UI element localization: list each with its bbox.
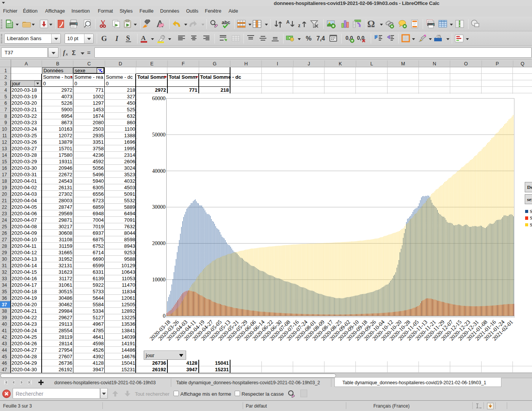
- svg-text:5900: 5900: [61, 107, 72, 112]
- svg-text:2020-04-07: 2020-04-07: [11, 217, 37, 223]
- svg-text:0: 0: [106, 81, 109, 86]
- svg-text:11470: 11470: [122, 282, 135, 288]
- svg-text:P: P: [496, 61, 499, 67]
- svg-text:2020-04-09: 2020-04-09: [11, 230, 37, 236]
- svg-text:12061: 12061: [122, 295, 135, 301]
- svg-text:2020-03-26: 2020-03-26: [11, 139, 37, 145]
- svg-text:30000: 30000: [152, 204, 165, 210]
- svg-text:Total Somm: Total Somm: [169, 74, 196, 80]
- svg-text:7019: 7019: [93, 224, 104, 229]
- svg-text:4967: 4967: [93, 321, 104, 327]
- svg-text:2020-04-05: 2020-04-05: [11, 204, 37, 210]
- svg-text:30486: 30486: [58, 295, 72, 301]
- svg-text:25: 25: [2, 224, 7, 229]
- svg-text:15701: 15701: [58, 146, 72, 151]
- svg-text:17: 17: [2, 172, 7, 177]
- svg-text:3351: 3351: [93, 139, 104, 145]
- svg-text:5733: 5733: [93, 289, 104, 294]
- svg-text:F: F: [182, 61, 185, 67]
- svg-text:Do: Do: [527, 184, 532, 190]
- svg-text:10000: 10000: [152, 277, 165, 283]
- svg-text:1100: 1100: [125, 126, 135, 132]
- svg-text:43: 43: [2, 341, 7, 346]
- svg-text:5922: 5922: [93, 282, 104, 288]
- svg-text:27607: 27607: [58, 354, 72, 359]
- svg-text:5091: 5091: [124, 191, 135, 197]
- svg-text:1696: 1696: [124, 139, 135, 145]
- svg-text:34: 34: [2, 283, 7, 288]
- svg-text:Somme - hos: Somme - hos: [43, 74, 73, 80]
- svg-text:29984: 29984: [58, 308, 72, 314]
- svg-text:30: 30: [2, 257, 7, 262]
- svg-text:30217: 30217: [58, 224, 72, 229]
- svg-text:2020-04-21: 2020-04-21: [11, 308, 37, 314]
- svg-text:4526: 4526: [93, 347, 104, 353]
- svg-text:G: G: [101, 34, 107, 42]
- svg-text:5226: 5226: [61, 100, 72, 106]
- svg-text:30608: 30608: [58, 230, 72, 236]
- svg-text:28114: 28114: [59, 341, 72, 346]
- svg-text:A: A: [24, 61, 28, 67]
- svg-text:2020-04-14: 2020-04-14: [11, 263, 37, 268]
- svg-text:14191: 14191: [122, 341, 135, 346]
- svg-text:2020-04-02: 2020-04-02: [11, 185, 37, 190]
- svg-text:2972: 2972: [155, 87, 166, 93]
- svg-text:M: M: [401, 61, 405, 67]
- svg-text:19: 19: [2, 185, 7, 190]
- svg-text:22: 22: [2, 205, 7, 210]
- svg-text:12892: 12892: [122, 308, 135, 314]
- svg-text:A: A: [286, 19, 290, 25]
- svg-text:2020-03-23: 2020-03-23: [11, 120, 37, 125]
- svg-text:So: So: [530, 208, 532, 214]
- svg-text:13536: 13536: [122, 321, 135, 327]
- svg-text:2020-03-29: 2020-03-29: [11, 159, 37, 164]
- svg-text:13879: 13879: [58, 139, 72, 145]
- svg-text:Somme - dc: Somme - dc: [106, 74, 133, 80]
- svg-text:27: 27: [2, 237, 7, 242]
- svg-text:13225: 13225: [122, 315, 135, 320]
- svg-text:2020-04-13: 2020-04-13: [11, 256, 37, 262]
- svg-text:2020-04-08: 2020-04-08: [11, 224, 37, 229]
- svg-text:N: N: [433, 61, 436, 67]
- svg-text:20: 20: [2, 192, 7, 197]
- svg-text:2020-04-24: 2020-04-24: [11, 328, 37, 333]
- svg-text:31623: 31623: [58, 269, 72, 275]
- svg-text:771: 771: [189, 87, 198, 93]
- svg-text:6305: 6305: [93, 185, 104, 190]
- svg-text:2020-04-16: 2020-04-16: [11, 276, 37, 281]
- svg-text:5889: 5889: [124, 204, 135, 210]
- svg-text:6: 6: [5, 101, 7, 106]
- svg-text:26192: 26192: [152, 367, 166, 372]
- svg-text:1388: 1388: [124, 133, 135, 138]
- svg-text:4641: 4641: [93, 334, 104, 340]
- svg-text:41: 41: [2, 328, 7, 333]
- svg-text:29113: 29113: [59, 321, 72, 327]
- svg-text:15231: 15231: [215, 367, 229, 372]
- svg-text:28003: 28003: [58, 198, 72, 203]
- svg-text:A: A: [141, 34, 146, 42]
- svg-text:26736: 26736: [152, 360, 166, 366]
- svg-text:860: 860: [127, 120, 135, 125]
- svg-text:abc: abc: [222, 19, 230, 25]
- svg-text:2020-03-28: 2020-03-28: [11, 152, 37, 158]
- svg-text:10643: 10643: [122, 269, 135, 275]
- svg-text:30515: 30515: [58, 289, 72, 294]
- svg-text:2606: 2606: [124, 159, 135, 164]
- svg-text:19311: 19311: [59, 159, 72, 164]
- svg-text:jour: jour: [145, 353, 154, 358]
- svg-text:35: 35: [2, 289, 7, 294]
- svg-text:15231: 15231: [122, 367, 135, 372]
- svg-text:C: C: [87, 61, 91, 67]
- svg-text:7091: 7091: [124, 217, 135, 223]
- svg-text:I: I: [115, 34, 118, 42]
- svg-text:2020-03-31: 2020-03-31: [11, 172, 37, 177]
- svg-text:4128: 4128: [187, 360, 198, 366]
- svg-text:2020-03-19: 2020-03-19: [11, 94, 37, 99]
- svg-text:8673: 8673: [61, 120, 72, 125]
- svg-text:10129: 10129: [122, 263, 135, 268]
- svg-text:f: f: [63, 49, 66, 56]
- svg-text:2020-03-18: 2020-03-18: [11, 87, 37, 93]
- svg-text:1297: 1297: [93, 100, 104, 106]
- svg-text:So: So: [530, 215, 532, 221]
- svg-text:40000: 40000: [152, 168, 165, 174]
